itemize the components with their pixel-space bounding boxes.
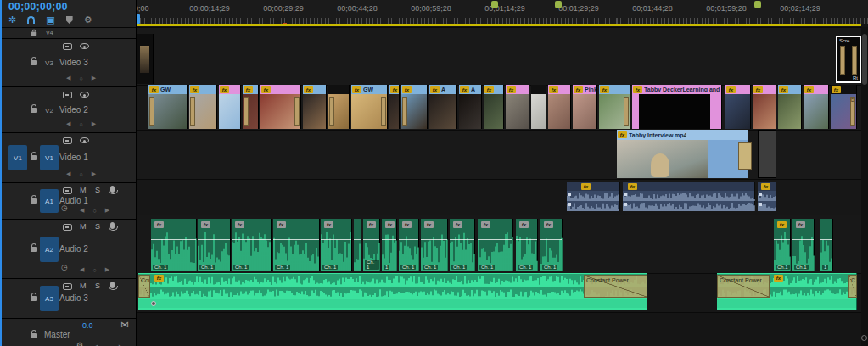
v2-clip[interactable]: fxGW	[351, 85, 388, 129]
v2-clip[interactable]	[531, 85, 546, 129]
a2-clip[interactable]: fx1	[382, 219, 397, 271]
volume-rubber-band[interactable]	[273, 239, 319, 240]
kf-nav-next[interactable]: ▶	[92, 170, 96, 177]
toggle-track-output-icon[interactable]	[80, 43, 89, 49]
a2-clip[interactable]: fxCh. 1	[273, 219, 320, 271]
fx-badge-icon[interactable]: fx	[402, 221, 412, 228]
fx-badge-icon[interactable]: fx	[149, 86, 159, 93]
a1-clip[interactable]: fx	[623, 182, 755, 211]
fx-badge-icon[interactable]: fx	[633, 86, 642, 93]
v2-clip[interactable]: fx	[725, 85, 751, 129]
volume-rubber-band[interactable]	[774, 239, 790, 240]
audio-transition[interactable]: Con	[138, 275, 150, 298]
v2-clip[interactable]: fx	[753, 85, 776, 129]
track-target-a1[interactable]: A1	[40, 189, 59, 213]
a2-lock-icon[interactable]	[31, 247, 37, 252]
voiceover-record-icon[interactable]	[110, 222, 115, 229]
fx-badge-icon[interactable]: fx	[460, 86, 469, 93]
fx-badge-icon[interactable]: fx	[190, 86, 199, 93]
fx-badge-icon[interactable]: fx	[774, 275, 783, 282]
fx-badge-icon[interactable]: fx	[777, 221, 787, 228]
kf-nav-add[interactable]: ○	[92, 208, 96, 214]
master-keyframe-selector-icon[interactable]: ⚙	[76, 342, 83, 346]
keyframe-dot[interactable]	[151, 301, 156, 306]
sync-lock-icon[interactable]	[63, 92, 72, 98]
a2-clip[interactable]: fxCh.1	[774, 219, 791, 271]
V4-lock-icon[interactable]	[31, 32, 36, 36]
mute-button[interactable]: M	[80, 282, 87, 290]
v2-clip[interactable]: fx	[548, 85, 571, 129]
kf-nav-add[interactable]: ○	[79, 171, 82, 177]
track-target-a2[interactable]: A2	[40, 237, 59, 262]
voiceover-record-icon[interactable]	[110, 186, 115, 193]
sync-lock-icon[interactable]	[63, 187, 72, 194]
master-lock-icon[interactable]	[31, 333, 37, 338]
a3-lock-icon[interactable]	[31, 296, 37, 301]
v2-clip[interactable]: fx	[219, 85, 241, 129]
volume-rubber-band[interactable]	[382, 239, 396, 240]
volume-rubber-band[interactable]	[540, 239, 562, 240]
fx-badge-icon[interactable]: fx	[261, 86, 271, 93]
work-area-bar[interactable]	[137, 24, 861, 26]
sync-lock-icon[interactable]	[63, 283, 72, 290]
v1-clip[interactable]: fxTabby Interview.mp4	[617, 130, 748, 178]
volume-rubber-band[interactable]	[363, 239, 379, 240]
audio-transition[interactable]: Constant Power	[717, 275, 770, 298]
keyframe-selector-icon[interactable]: ◷	[61, 264, 68, 271]
a2-clip[interactable]: fxCh.1	[792, 219, 815, 271]
fx-badge-icon[interactable]: fx	[235, 221, 244, 228]
solo-button[interactable]: S	[95, 282, 100, 290]
kf-nav-add[interactable]: ○	[92, 267, 96, 273]
fx-badge-icon[interactable]: fx	[753, 86, 763, 93]
a2-clip[interactable]: 1	[820, 219, 833, 271]
kf-nav-add[interactable]: ○	[79, 121, 82, 127]
v2-clip[interactable]: fx	[778, 85, 802, 129]
fit-icon[interactable]: ⋈	[120, 321, 129, 328]
a3-clip[interactable]: fxConstant PowerC	[717, 273, 857, 310]
fx-badge-icon[interactable]: fx	[402, 86, 412, 93]
fx-badge-icon[interactable]: fx	[430, 86, 440, 93]
v2-clip[interactable]: fxA	[459, 85, 482, 129]
a2-clip[interactable]: fxCh. 1	[478, 219, 513, 271]
fx-badge-icon[interactable]: fx	[549, 86, 558, 93]
fx-badge-icon[interactable]: fx	[726, 86, 736, 93]
mute-button[interactable]: M	[80, 187, 87, 194]
playhead[interactable]	[137, 14, 137, 346]
track-target-v1[interactable]: V1	[40, 145, 59, 170]
fx-badge-icon[interactable]: fx	[277, 221, 286, 228]
kf-nav-next[interactable]: ▶	[92, 120, 96, 127]
volume-rubber-band[interactable]	[399, 239, 418, 240]
fx-badge-icon[interactable]: fx	[484, 86, 494, 93]
fx-badge-icon[interactable]: fx	[507, 86, 516, 93]
fx-badge-icon[interactable]: fx	[220, 86, 229, 93]
a1-lock-icon[interactable]	[31, 198, 37, 204]
a3-clip[interactable]: fxConConstant Power	[138, 273, 647, 310]
master-gain-value[interactable]: 0.0	[82, 321, 93, 330]
fx-badge-icon[interactable]: fx	[581, 183, 591, 190]
kf-nav-add[interactable]: ○	[79, 75, 82, 81]
fx-badge-icon[interactable]: fx	[424, 221, 434, 228]
fx-badge-icon[interactable]: fx	[481, 221, 490, 228]
solo-button[interactable]: S	[95, 187, 100, 194]
volume-rubber-band[interactable]	[478, 239, 512, 240]
v2-clip[interactable]: fx	[243, 85, 259, 129]
v2-clip[interactable]: fx	[506, 85, 529, 129]
scrollbar-knob[interactable]	[861, 335, 867, 341]
fx-badge-icon[interactable]: fx	[304, 86, 313, 93]
v2-clip[interactable]: fx	[484, 85, 504, 129]
sync-lock-icon[interactable]	[63, 137, 72, 144]
toggle-track-output-icon[interactable]	[80, 137, 89, 143]
kf-nav-prev[interactable]: ◀	[66, 75, 70, 81]
playhead-timecode[interactable]: 00;00;00;00	[8, 1, 68, 13]
v1-lock-icon[interactable]	[31, 155, 37, 160]
kf-nav-prev[interactable]: ◀	[80, 207, 84, 214]
nest-sequences-button[interactable]: ✲	[8, 15, 16, 25]
fx-badge-icon[interactable]: fx	[519, 221, 529, 228]
mute-button[interactable]: M	[80, 223, 87, 231]
v2-clip[interactable]: fxA	[429, 85, 457, 129]
time-ruler[interactable]: ;00;0000;00;14;2900;00;29;2900;00;44;280…	[137, 0, 868, 24]
volume-rubber-band[interactable]	[321, 239, 351, 240]
kf-nav-next[interactable]: ▶	[105, 207, 109, 214]
linked-selection-button[interactable]: ▣	[46, 15, 54, 25]
solo-button[interactable]: S	[95, 223, 100, 231]
